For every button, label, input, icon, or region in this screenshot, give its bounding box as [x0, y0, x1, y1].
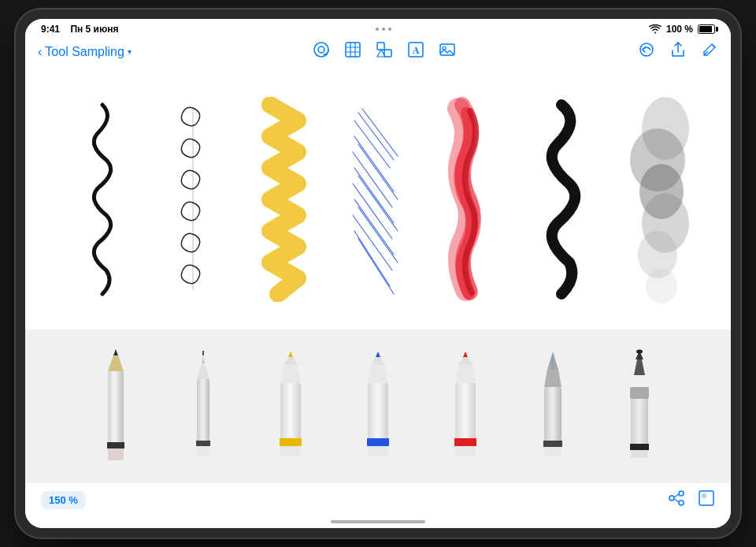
svg-marker-68	[544, 370, 561, 387]
status-dots	[376, 28, 391, 31]
svg-marker-44	[197, 363, 209, 379]
canvas-area[interactable]	[25, 69, 731, 483]
svg-rect-65	[544, 387, 561, 446]
svg-rect-41	[197, 379, 209, 446]
stroke-fineliner-black	[151, 89, 238, 310]
battery-label: 100 %	[666, 24, 693, 35]
svg-rect-61	[455, 446, 476, 456]
status-right: 100 %	[649, 24, 715, 35]
stroke-watercolor-gray	[610, 89, 697, 310]
svg-rect-55	[368, 446, 388, 456]
svg-rect-48	[280, 438, 302, 446]
svg-rect-7	[377, 43, 384, 50]
ipad-frame: 9:41 Пн 5 июня 100 %	[16, 9, 740, 538]
svg-line-27	[353, 215, 392, 270]
toolbar: ‹ Tool Sampling ▾	[25, 38, 731, 69]
table-icon[interactable]	[344, 41, 361, 62]
svg-point-1	[318, 47, 324, 53]
bottom-bar: 150 %	[25, 483, 731, 517]
svg-rect-2	[346, 43, 360, 57]
undo-icon[interactable]	[638, 41, 655, 62]
status-time-date: 9:41 Пн 5 июня	[41, 24, 118, 35]
svg-marker-57	[371, 357, 385, 365]
svg-marker-58	[376, 352, 380, 357]
edit-icon[interactable]	[701, 41, 718, 62]
svg-rect-43	[197, 446, 209, 456]
mention-icon[interactable]	[313, 41, 330, 62]
svg-point-78	[669, 496, 674, 500]
svg-rect-53	[368, 383, 388, 446]
svg-rect-47	[280, 383, 301, 446]
svg-line-28	[354, 231, 390, 286]
svg-point-79	[679, 491, 684, 496]
layout-icon[interactable]	[698, 489, 715, 511]
toolbar-right	[638, 41, 718, 62]
svg-marker-75	[634, 359, 645, 375]
svg-rect-42	[196, 441, 210, 446]
tool-pencil[interactable]	[80, 340, 151, 474]
svg-point-80	[679, 500, 684, 505]
svg-rect-73	[631, 450, 648, 458]
tool-marker-blue[interactable]	[343, 340, 413, 474]
svg-rect-60	[454, 438, 476, 446]
svg-line-26	[358, 207, 398, 262]
battery-indicator	[698, 24, 715, 34]
tool-fountain-pen[interactable]	[517, 340, 588, 474]
drawing-area	[25, 69, 731, 329]
wifi-icon	[649, 24, 662, 34]
svg-rect-66	[543, 441, 562, 447]
ipad-screen: 9:41 Пн 5 июня 100 %	[25, 19, 731, 528]
svg-rect-83	[699, 491, 713, 505]
text-icon[interactable]: A	[407, 41, 424, 62]
svg-rect-36	[108, 371, 124, 450]
document-title[interactable]: Tool Sampling ▾	[45, 45, 132, 59]
svg-line-24	[353, 184, 392, 239]
svg-point-77	[636, 349, 643, 353]
svg-line-19	[354, 136, 394, 192]
nodes-icon[interactable]	[668, 489, 685, 511]
dot2	[382, 28, 385, 31]
svg-rect-49	[280, 446, 301, 456]
status-date: Пн 5 июня	[70, 24, 118, 35]
bottom-right-icons	[668, 489, 715, 511]
share-icon[interactable]	[669, 41, 687, 62]
svg-line-21	[353, 152, 392, 207]
back-button[interactable]: ‹	[38, 45, 42, 59]
tool-fineliner[interactable]	[168, 340, 239, 474]
svg-marker-40	[113, 349, 118, 355]
status-time: 9:41	[41, 24, 60, 35]
toolbar-left: ‹ Tool Sampling ▾	[38, 45, 132, 59]
svg-line-81	[674, 494, 679, 497]
dot1	[376, 28, 379, 31]
svg-rect-54	[367, 438, 389, 446]
battery-fill	[699, 26, 712, 32]
svg-marker-63	[458, 357, 472, 365]
dot3	[388, 28, 391, 31]
svg-marker-56	[368, 365, 388, 383]
svg-rect-38	[108, 448, 124, 460]
status-bar: 9:41 Пн 5 июня 100 %	[25, 19, 731, 38]
svg-marker-62	[455, 365, 476, 383]
svg-rect-37	[107, 442, 124, 448]
zoom-level[interactable]: 150 %	[41, 491, 86, 509]
svg-rect-67	[544, 447, 561, 456]
svg-rect-59	[455, 383, 476, 446]
svg-point-0	[314, 43, 328, 57]
svg-marker-39	[108, 355, 124, 371]
stroke-pen-black	[59, 89, 146, 310]
svg-rect-8	[384, 50, 391, 57]
stroke-brushpen-black	[518, 89, 605, 310]
svg-marker-52	[288, 352, 293, 357]
svg-rect-72	[630, 444, 649, 450]
svg-marker-45	[202, 355, 205, 363]
tool-marker-red[interactable]	[430, 340, 501, 474]
tool-marker-yellow[interactable]	[255, 340, 326, 474]
shapes-icon[interactable]	[376, 41, 393, 62]
svg-line-23	[358, 176, 398, 231]
home-bar	[331, 520, 425, 523]
doc-title-text: Tool Sampling	[45, 45, 124, 59]
svg-rect-74	[630, 387, 649, 399]
tool-brush[interactable]	[604, 340, 675, 474]
image-icon[interactable]	[439, 41, 456, 62]
svg-line-82	[674, 499, 679, 502]
